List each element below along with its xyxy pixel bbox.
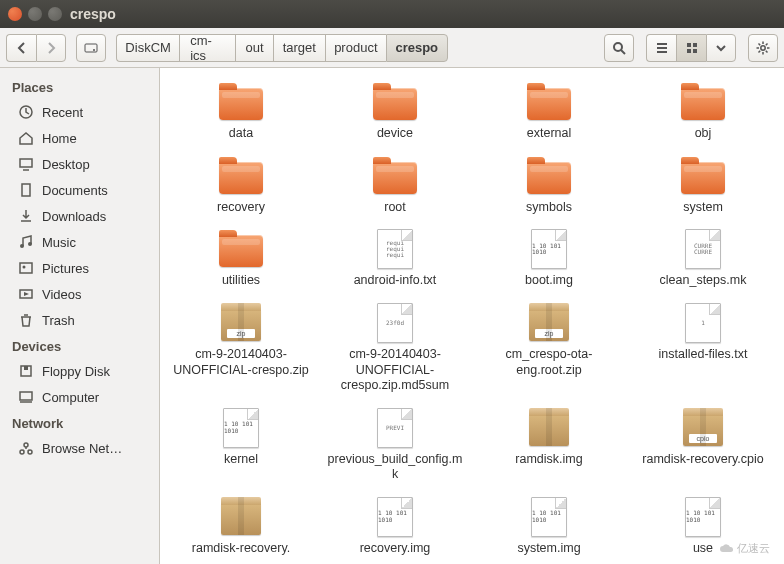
forward-button[interactable] xyxy=(36,34,66,62)
settings-button[interactable] xyxy=(748,34,778,62)
file-label: utilities xyxy=(222,273,260,289)
sidebar-item[interactable]: Browse Net… xyxy=(0,435,159,461)
list-view-button[interactable] xyxy=(646,34,676,62)
file-label: ramdisk.img xyxy=(515,452,582,468)
sidebar-item[interactable]: Floppy Disk xyxy=(0,358,159,384)
svg-point-2 xyxy=(614,43,622,51)
file-item[interactable]: root xyxy=(318,152,472,220)
view-buttons xyxy=(646,34,736,62)
file-item[interactable]: external xyxy=(472,78,626,146)
sidebar-item-label: Desktop xyxy=(42,157,90,172)
sidebar-section-header: Places xyxy=(0,74,159,99)
file-item[interactable]: ramdisk.img xyxy=(472,404,626,487)
file-item[interactable]: zipcm_crespo-ota-eng.root.zip xyxy=(472,299,626,398)
file-item[interactable]: system xyxy=(626,152,780,220)
breadcrumb-segment[interactable]: cm-ics xyxy=(179,34,235,62)
grid-icon xyxy=(685,41,699,55)
file-item[interactable]: 1 10 101 1010system.img xyxy=(472,493,626,561)
music-icon xyxy=(18,234,34,250)
package-icon xyxy=(217,497,265,537)
file-item[interactable]: utilities xyxy=(164,225,318,293)
svg-rect-8 xyxy=(693,43,697,47)
path-toggle-button[interactable] xyxy=(76,34,106,62)
documents-icon xyxy=(18,182,34,198)
drive-icon xyxy=(84,41,98,55)
binary-file-icon: 1 10 101 1010 xyxy=(217,408,265,448)
text-file-icon: requi requi requi xyxy=(371,229,419,269)
folder-icon xyxy=(525,156,573,196)
floppy-icon xyxy=(18,363,34,379)
file-item[interactable]: recovery xyxy=(164,152,318,220)
sidebar-item-label: Home xyxy=(42,131,77,146)
search-icon xyxy=(612,41,626,55)
view-options-button[interactable] xyxy=(706,34,736,62)
sidebar-item-label: Trash xyxy=(42,313,75,328)
sidebar-item-label: Music xyxy=(42,235,76,250)
folder-icon xyxy=(679,156,727,196)
desktop-icon xyxy=(18,156,34,172)
svg-rect-7 xyxy=(687,43,691,47)
text-file-icon: CURRE CURRE xyxy=(679,229,727,269)
sidebar-item[interactable]: Computer xyxy=(0,384,159,410)
breadcrumb-segment[interactable]: product xyxy=(325,34,386,62)
file-item[interactable]: 1installed-files.txt xyxy=(626,299,780,398)
maximize-icon[interactable] xyxy=(48,7,62,21)
svg-rect-26 xyxy=(20,263,32,273)
trash-icon xyxy=(18,312,34,328)
grid-view-button[interactable] xyxy=(676,34,706,62)
sidebar-item[interactable]: Documents xyxy=(0,177,159,203)
minimize-icon[interactable] xyxy=(28,7,42,21)
breadcrumb-segment[interactable]: target xyxy=(273,34,325,62)
file-item[interactable]: 1 10 101 1010kernel xyxy=(164,404,318,487)
svg-rect-9 xyxy=(687,49,691,53)
back-button[interactable] xyxy=(6,34,36,62)
sidebar-item[interactable]: Downloads xyxy=(0,203,159,229)
toolbar: DiskCMcm-icsouttargetproductcrespo xyxy=(0,28,784,68)
svg-point-33 xyxy=(24,443,28,447)
sidebar-item[interactable]: Desktop xyxy=(0,151,159,177)
file-item[interactable]: data xyxy=(164,78,318,146)
sidebar-item[interactable]: Music xyxy=(0,229,159,255)
computer-icon xyxy=(18,389,34,405)
sidebar-item[interactable]: Trash xyxy=(0,307,159,333)
file-item[interactable]: 1 10 101 1010recovery.img xyxy=(318,493,472,561)
file-item[interactable]: cpioramdisk-recovery.cpio xyxy=(626,404,780,487)
folder-icon xyxy=(525,82,573,122)
text-file-icon: PREVI xyxy=(371,408,419,448)
sidebar-item[interactable]: Pictures xyxy=(0,255,159,281)
binary-file-icon: 1 10 101 1010 xyxy=(525,497,573,537)
file-item[interactable]: CURRE CURREclean_steps.mk xyxy=(626,225,780,293)
file-item[interactable]: PREVIprevious_build_config.mk xyxy=(318,404,472,487)
breadcrumb-segment[interactable]: crespo xyxy=(386,34,448,62)
sidebar-item[interactable]: Home xyxy=(0,125,159,151)
file-label: device xyxy=(377,126,413,142)
clock-icon xyxy=(18,104,34,120)
package-icon xyxy=(525,408,573,448)
file-item[interactable]: 23f0dcm-9-20140403-UNOFFICIAL-crespo.zip… xyxy=(318,299,472,398)
sidebar-item[interactable]: Videos xyxy=(0,281,159,307)
breadcrumb-segment[interactable]: out xyxy=(235,34,273,62)
sidebar-item-label: Videos xyxy=(42,287,82,302)
file-item[interactable]: obj xyxy=(626,78,780,146)
list-icon xyxy=(655,41,669,55)
folder-icon xyxy=(217,82,265,122)
file-item[interactable]: ramdisk-recovery. xyxy=(164,493,318,561)
package-icon: zip xyxy=(525,303,573,343)
file-item[interactable]: requi requi requiandroid-info.txt xyxy=(318,225,472,293)
search-button[interactable] xyxy=(604,34,634,62)
file-grid: datadeviceexternalobjrecoveryrootsymbols… xyxy=(164,78,780,561)
svg-rect-0 xyxy=(85,44,97,52)
file-item[interactable]: symbols xyxy=(472,152,626,220)
close-icon[interactable] xyxy=(8,7,22,21)
file-item[interactable]: 1 10 101 1010boot.img xyxy=(472,225,626,293)
sidebar-item-label: Computer xyxy=(42,390,99,405)
svg-rect-10 xyxy=(693,49,697,53)
content-area[interactable]: datadeviceexternalobjrecoveryrootsymbols… xyxy=(160,68,784,564)
breadcrumb-segment[interactable]: DiskCM xyxy=(116,34,179,62)
sidebar-item[interactable]: Recent xyxy=(0,99,159,125)
file-label: recovery xyxy=(217,200,265,216)
file-item[interactable]: zipcm-9-20140403-UNOFFICIAL-crespo.zip xyxy=(164,299,318,398)
pictures-icon xyxy=(18,260,34,276)
file-label: android-info.txt xyxy=(354,273,437,289)
file-item[interactable]: device xyxy=(318,78,472,146)
